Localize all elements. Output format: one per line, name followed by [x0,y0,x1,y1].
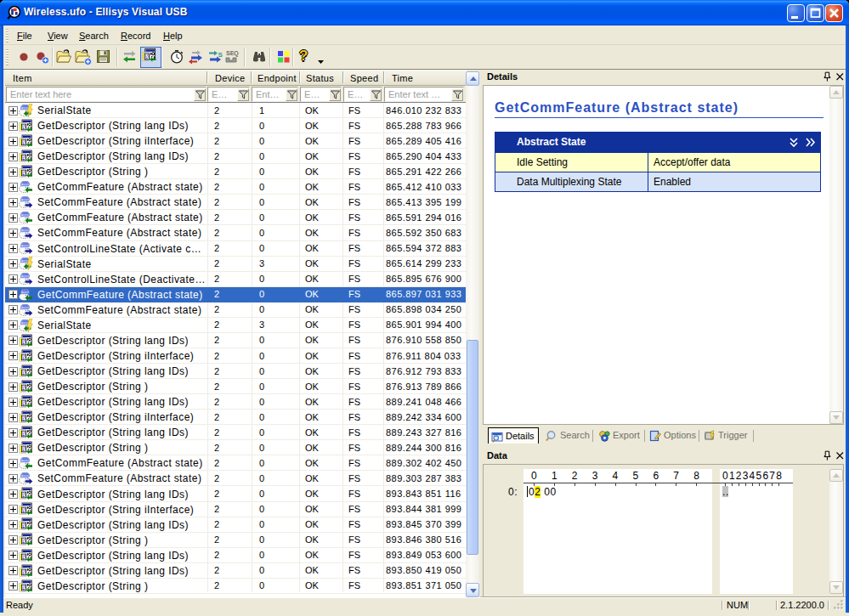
svg-text:S: S [218,51,224,59]
svg-text:SEQ: SEQ [226,50,239,57]
